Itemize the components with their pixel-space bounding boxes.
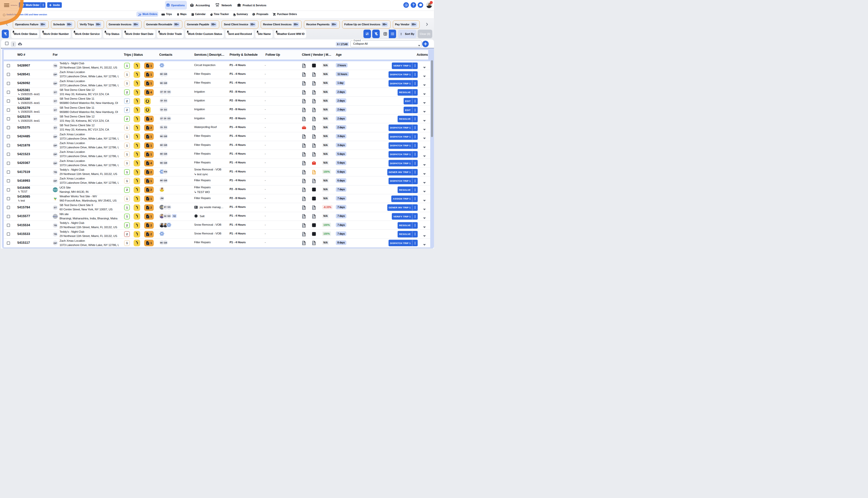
svg-text:$: $ xyxy=(313,145,315,148)
svg-text:$: $ xyxy=(303,225,305,227)
svg-text:$: $ xyxy=(313,207,315,210)
svg-text:$: $ xyxy=(313,74,315,77)
svg-text:$: $ xyxy=(303,101,305,103)
svg-text:$: $ xyxy=(303,82,305,86)
svg-text:$: $ xyxy=(303,242,305,245)
svg-text:$: $ xyxy=(303,162,305,165)
svg-text:$: $ xyxy=(313,171,315,174)
svg-text:$: $ xyxy=(303,145,305,148)
svg-text:$: $ xyxy=(313,127,315,130)
svg-text:$: $ xyxy=(313,242,315,245)
svg-text:$: $ xyxy=(303,92,305,94)
svg-text:$: $ xyxy=(303,74,305,77)
svg-text:$: $ xyxy=(303,136,305,139)
svg-text:$: $ xyxy=(191,4,192,6)
svg-text:$: $ xyxy=(303,233,305,236)
svg-text:$: $ xyxy=(313,101,315,103)
svg-text:$: $ xyxy=(303,109,305,112)
svg-text:$: $ xyxy=(313,109,315,112)
svg-text:$: $ xyxy=(254,13,255,15)
svg-text:$: $ xyxy=(303,118,305,121)
svg-text:$: $ xyxy=(313,180,315,183)
svg-text:$: $ xyxy=(303,154,305,156)
svg-text:$: $ xyxy=(313,118,315,121)
svg-text:$: $ xyxy=(303,180,305,183)
svg-text:$: $ xyxy=(303,189,305,192)
svg-text:$: $ xyxy=(313,215,315,218)
svg-text:$: $ xyxy=(303,215,305,218)
svg-text:$: $ xyxy=(303,198,305,201)
svg-text:$: $ xyxy=(313,136,315,139)
svg-text:$: $ xyxy=(313,154,315,156)
svg-text:$: $ xyxy=(303,65,305,68)
svg-text:$: $ xyxy=(303,207,305,210)
svg-text:$: $ xyxy=(313,82,315,86)
svg-text:$: $ xyxy=(304,126,305,128)
svg-text:$: $ xyxy=(303,171,305,174)
svg-text:$: $ xyxy=(313,92,315,94)
